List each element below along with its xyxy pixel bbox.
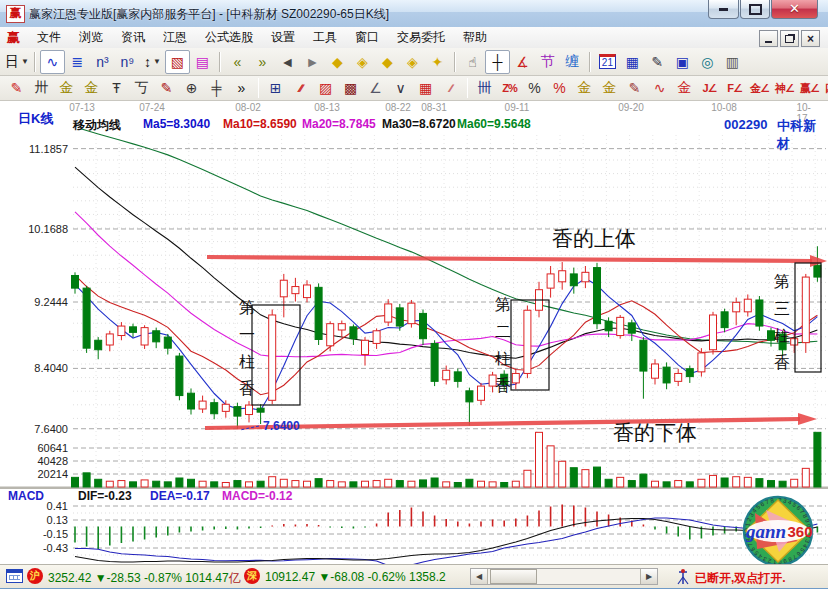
- dropdown-arrow-icon: ▼: [153, 57, 161, 66]
- wave-count-9-tool[interactable]: n⁹: [115, 50, 140, 74]
- scale-dropdown[interactable]: ↕▼: [140, 50, 165, 74]
- print-tool[interactable]: ▥: [720, 50, 745, 74]
- candle-body: [292, 287, 299, 294]
- macd-axis-label: 0.41: [47, 500, 68, 512]
- calculator-tool-icon: ▦: [626, 54, 639, 70]
- circle-grid-tool[interactable]: ⊕: [179, 76, 204, 100]
- gann-ruler-tool[interactable]: 卅: [29, 76, 54, 100]
- f-angle-tool[interactable]: F∠: [722, 76, 747, 100]
- title-bar: 赢 赢家江恩专业版[赢家内部服务平台] - [中科新材 SZ002290-65日…: [0, 0, 828, 28]
- trend-wave-tool[interactable]: ∿: [40, 50, 65, 74]
- scrollbar-thumb[interactable]: [490, 569, 537, 584]
- j-angle-tool[interactable]: J∠: [697, 76, 722, 100]
- calendar-tool[interactable]: 21: [595, 50, 620, 74]
- menu-item-文件[interactable]: 文件: [28, 28, 70, 46]
- save-tool[interactable]: ▣: [670, 50, 695, 74]
- gann-square-1[interactable]: ◆: [325, 50, 350, 74]
- notepad-tool[interactable]: ✎: [645, 50, 670, 74]
- si-angle-tool[interactable]: 四∠: [822, 76, 828, 100]
- calendar-icon[interactable]: [6, 569, 23, 583]
- gold-segment-tool[interactable]: 金: [54, 76, 79, 100]
- wave-band-tool[interactable]: ∿: [647, 76, 672, 100]
- gann-square-3[interactable]: ◆: [375, 50, 400, 74]
- angle-pen-tool[interactable]: ∡: [510, 50, 535, 74]
- gold-segment-2-tool[interactable]: 金: [79, 76, 104, 100]
- percent-tool[interactable]: %: [522, 76, 547, 100]
- gold-red-tool[interactable]: 金: [672, 76, 697, 100]
- web-tool[interactable]: ◎: [695, 50, 720, 74]
- kline-chart[interactable]: 11.185710.16889.24448.40407.640060641404…: [0, 101, 828, 564]
- mdi-minimize-button[interactable]: [759, 30, 778, 47]
- price-grid-tool[interactable]: ▦: [413, 76, 438, 100]
- menu-item-江恩[interactable]: 江恩: [154, 28, 196, 46]
- mdi-restore-button[interactable]: [780, 30, 799, 47]
- first-bar-button[interactable]: «: [225, 50, 250, 74]
- gold-red-tool-icon: 金: [678, 79, 692, 97]
- hatch-lines-tool[interactable]: ∕∕: [438, 76, 463, 100]
- zigzag-tool[interactable]: ∨: [388, 76, 413, 100]
- menu-item-窗口[interactable]: 窗口: [346, 28, 388, 46]
- next-bar-button[interactable]: ►: [300, 50, 325, 74]
- mdi-close-button[interactable]: ×: [801, 30, 820, 47]
- percent-z-tool[interactable]: Z%: [497, 76, 522, 100]
- gold-circle-tool[interactable]: 金: [572, 76, 597, 100]
- fan-grid-tool[interactable]: ▨: [313, 76, 338, 100]
- ma-value-label: Ma30=8.6720: [382, 117, 456, 131]
- volume-bar: [385, 479, 392, 487]
- more-tools-chevron[interactable]: »: [229, 76, 254, 100]
- brush-tool[interactable]: ✎: [4, 76, 29, 100]
- shen-angle-tool[interactable]: 神∠: [772, 76, 797, 100]
- menu-item-工具[interactable]: 工具: [304, 28, 346, 46]
- menu-item-帮助[interactable]: 帮助: [454, 28, 496, 46]
- chan-tool[interactable]: 缠: [560, 50, 585, 74]
- hook-tool[interactable]: 丂: [129, 76, 154, 100]
- hand-tool[interactable]: ☝: [460, 50, 485, 74]
- f-segment-tool[interactable]: Ŧ: [104, 76, 129, 100]
- connection-status[interactable]: 已断开,双点打开.: [695, 570, 786, 587]
- volume-bar: [222, 482, 229, 487]
- prev-bar-button-icon: ◄: [280, 54, 294, 70]
- fan-lines-tool[interactable]: ∕∕∕: [288, 76, 313, 100]
- gold-three-tool[interactable]: 金: [597, 76, 622, 100]
- menu-item-交易委托[interactable]: 交易委托: [388, 28, 454, 46]
- scroll-left-button[interactable]: ◀: [471, 569, 488, 584]
- maximize-button[interactable]: [740, 0, 770, 19]
- wave-count-3-tool[interactable]: n³: [90, 50, 115, 74]
- tick-ruler-tool[interactable]: ╪: [204, 76, 229, 100]
- crosshair-tool[interactable]: ┼: [485, 50, 510, 74]
- calculator-tool[interactable]: ▦: [620, 50, 645, 74]
- ying-angle-tool[interactable]: 赢∠: [797, 76, 822, 100]
- candle-body: [396, 308, 403, 326]
- period-kline-dropdown[interactable]: 日▼: [4, 50, 30, 74]
- chart-scrollbar[interactable]: ◀ ▶: [470, 568, 658, 585]
- gann-square-5[interactable]: ✦: [425, 50, 450, 74]
- kline-pattern-tool[interactable]: ▧: [165, 50, 190, 74]
- square-grid-tool[interactable]: ▩: [338, 76, 363, 100]
- measure-platform-tool[interactable]: 卌: [472, 76, 497, 100]
- close-button[interactable]: ✕: [771, 0, 818, 19]
- menu-item-资讯[interactable]: 资讯: [112, 28, 154, 46]
- shanghai-amount-unit: 亿: [229, 571, 241, 585]
- marker-brush-tool[interactable]: ✎: [622, 76, 647, 100]
- jie-tool[interactable]: 节: [535, 50, 560, 74]
- gann-box-tool[interactable]: ⊞: [263, 76, 288, 100]
- info-panel-tool[interactable]: ≣: [65, 50, 90, 74]
- last-bar-button[interactable]: »: [250, 50, 275, 74]
- red-brush-tool[interactable]: ✎: [154, 76, 179, 100]
- scroll-right-button[interactable]: ▶: [640, 569, 657, 584]
- menu-item-公式选股[interactable]: 公式选股: [196, 28, 262, 46]
- date-tick-label: 07-24: [139, 102, 165, 113]
- angle-line-tool[interactable]: ∠: [363, 76, 388, 100]
- gann-square-4[interactable]: ◈: [400, 50, 425, 74]
- prev-bar-button[interactable]: ◄: [275, 50, 300, 74]
- percent-line-tool[interactable]: %: [547, 76, 572, 100]
- gann-square-2-icon: ◈: [357, 54, 368, 70]
- ma30-line: [75, 167, 817, 358]
- menu-item-浏览[interactable]: 浏览: [70, 28, 112, 46]
- menu-item-设置[interactable]: 设置: [262, 28, 304, 46]
- color-histogram-tool[interactable]: ▤: [190, 50, 215, 74]
- chart-pane[interactable]: 11.185710.16889.24448.40407.640060641404…: [0, 101, 828, 564]
- gold-angle-tool[interactable]: 金∠: [747, 76, 772, 100]
- gann-square-2[interactable]: ◈: [350, 50, 375, 74]
- minimize-button[interactable]: [708, 0, 739, 19]
